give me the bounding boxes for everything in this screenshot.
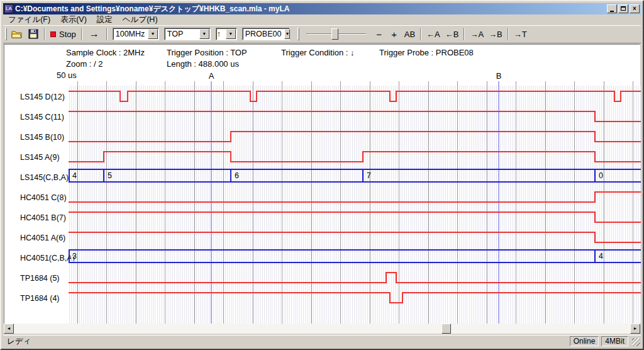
trigger-position-value: TOP [165, 30, 199, 38]
save-floppy-icon [28, 29, 39, 39]
goto-trigger-button[interactable]: →T [511, 27, 530, 41]
channel-label[interactable]: LS145 B(10) [4, 127, 69, 147]
trigger-probe-select[interactable]: PROBE00 ▼ [242, 28, 290, 40]
channel-label[interactable]: LS145 C(11) [4, 107, 69, 127]
resize-grip-icon[interactable] [632, 338, 640, 346]
waveform-svg: 4567034 [69, 81, 641, 325]
memory-status-badge: 4MBit [601, 336, 628, 346]
channel-label[interactable]: LS145(C,B,A) [4, 167, 69, 188]
dropdown-arrow-icon[interactable]: ▼ [148, 29, 157, 39]
move-a-right-button[interactable]: →A [467, 27, 486, 41]
toolbar-separator [508, 28, 509, 40]
open-file-button[interactable] [9, 27, 25, 41]
dropdown-arrow-icon[interactable]: ▼ [284, 29, 290, 39]
dropdown-arrow-icon[interactable]: ▼ [226, 29, 236, 39]
length-info: Length : 488.000 us [167, 59, 239, 69]
svg-text:4: 4 [599, 252, 603, 261]
sample-clock-value: 100MHz [113, 30, 148, 38]
channel-label[interactable]: LS145 D(12) [4, 87, 69, 107]
close-button[interactable]: × [630, 4, 640, 13]
channel-label[interactable]: TP1684 (5) [4, 268, 69, 288]
maximize-button[interactable] [618, 4, 628, 13]
toolbar-separator [44, 28, 45, 40]
move-b-right-button[interactable]: →B [486, 27, 505, 41]
status-message: レディ [3, 336, 570, 347]
channel-label[interactable]: TP1684 (4) [4, 288, 69, 308]
menu-item-1[interactable]: 表示(V) [55, 14, 92, 26]
toolbar-separator [106, 28, 108, 40]
svg-text:5: 5 [108, 171, 112, 180]
save-button[interactable] [25, 27, 42, 41]
sample-clock-info: Sample Clock : 2MHz [66, 48, 145, 57]
channel-label[interactable]: HC4051(C,B,A) [4, 248, 69, 268]
single-run-button[interactable]: → [85, 27, 104, 41]
toolbar: Stop → 100MHz ▼ TOP ▼ ↑ ▼ PROBE00 ▼ − + … [3, 25, 641, 43]
trigger-condition-info: Trigger Condition : ↓ [281, 48, 355, 57]
dropdown-arrow-icon[interactable]: ▼ [199, 29, 209, 39]
stop-label: Stop [59, 30, 76, 39]
zoom-slider[interactable] [306, 28, 367, 40]
toolbar-separator [420, 28, 421, 40]
status-bar: レディ Online 4MBit [3, 335, 641, 347]
svg-text:0: 0 [599, 171, 603, 180]
menu-item-3[interactable]: ヘルプ(H) [118, 14, 163, 26]
toolbar-separator [464, 28, 465, 40]
scroll-right-button[interactable]: ► [630, 324, 640, 334]
toolbar-separator [81, 28, 82, 40]
move-b-left-button[interactable]: ←B [443, 27, 462, 41]
trigger-probe-value: PROBE00 [243, 30, 284, 38]
zoom-out-button[interactable]: − [372, 27, 387, 41]
zoom-ab-button[interactable]: AB [402, 27, 418, 41]
app-icon[interactable]: LA [4, 4, 13, 13]
channel-label[interactable]: HC4051 C(8) [4, 188, 69, 208]
zoom-slider-thumb[interactable] [331, 28, 338, 40]
title-bar[interactable]: LA C:¥Documents and Settings¥noname¥デスクト… [3, 3, 641, 14]
menu-bar: ファイル(F)表示(V)設定ヘルプ(H) [3, 14, 641, 25]
window-title: C:¥Documents and Settings¥noname¥デスクトップ¥… [15, 4, 607, 14]
trigger-edge-select[interactable]: ↑ ▼ [216, 28, 237, 40]
trigger-position-info: Trigger Position : TOP [167, 48, 247, 57]
menu-item-2[interactable]: 設定 [92, 14, 118, 26]
trigger-edge-value: ↑ [216, 30, 225, 38]
stop-button[interactable]: Stop [48, 27, 79, 41]
waveform-plot[interactable]: 4567034 [69, 81, 641, 325]
scrollbar-thumb[interactable] [441, 324, 451, 334]
svg-text:4: 4 [72, 171, 77, 180]
time-scale-label: 50 us [57, 71, 77, 80]
marker-a-label[interactable]: A [208, 71, 215, 81]
trigger-probe-info: Trigger Probe : PROBE08 [379, 48, 474, 57]
horizontal-scrollbar[interactable]: ◄ ► [4, 324, 640, 334]
menu-item-0[interactable]: ファイル(F) [3, 14, 55, 26]
move-a-left-button[interactable]: ←A [424, 27, 443, 41]
zoom-in-button[interactable]: + [387, 27, 402, 41]
open-folder-icon [11, 29, 23, 39]
zoom-info: Zoom : / 2 [66, 59, 103, 69]
online-status-badge: Online [570, 336, 599, 346]
svg-text:7: 7 [367, 171, 371, 180]
toolbar-grip[interactable] [297, 28, 299, 40]
minimize-button[interactable] [607, 4, 617, 13]
close-icon: × [633, 5, 636, 12]
channel-label-column: LS145 D(12)LS145 C(11)LS145 B(10)LS145 A… [4, 87, 69, 308]
trigger-position-select[interactable]: TOP ▼ [164, 28, 211, 40]
svg-text:3: 3 [72, 252, 77, 261]
sample-clock-select[interactable]: 100MHz ▼ [113, 28, 159, 40]
maximize-icon [621, 6, 626, 11]
channel-label[interactable]: HC4051 A(6) [4, 228, 69, 248]
channel-label[interactable]: LS145 A(9) [4, 147, 69, 167]
svg-text:6: 6 [235, 171, 239, 180]
channel-label[interactable]: HC4051 B(7) [4, 208, 69, 228]
minimize-icon [610, 11, 614, 12]
scroll-left-button[interactable]: ◄ [4, 324, 14, 334]
stop-icon [50, 31, 56, 37]
application-window: LA C:¥Documents and Settings¥noname¥デスクト… [0, 0, 644, 350]
marker-b-label[interactable]: B [495, 71, 502, 81]
toolbar-grip[interactable] [5, 28, 7, 40]
